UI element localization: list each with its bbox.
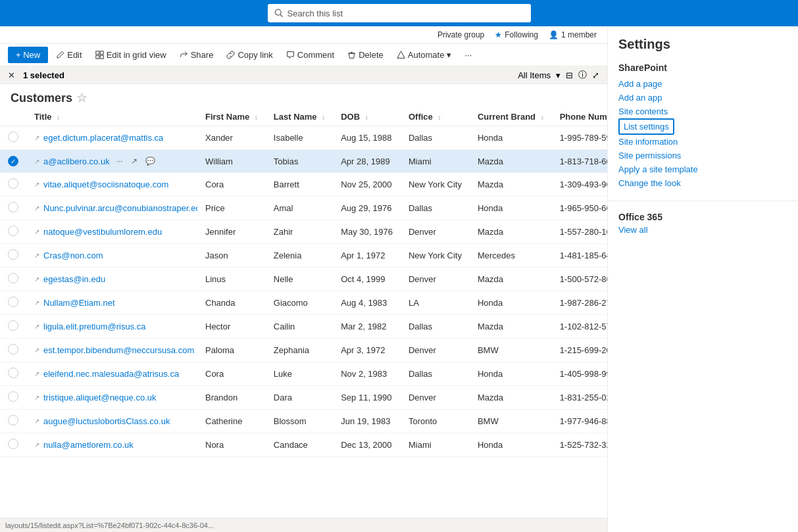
sort-icon-title: ↕ xyxy=(57,114,60,121)
check-circle[interactable] xyxy=(8,226,18,236)
settings-link-add-an-app[interactable]: Add an app xyxy=(618,91,787,105)
header-phone-number[interactable]: Phone Number ↕ xyxy=(552,108,607,126)
row-share-button[interactable]: ↗ xyxy=(128,155,140,167)
row-comment-button[interactable]: 💬 xyxy=(143,155,158,167)
view-all-link[interactable]: View all xyxy=(618,225,648,235)
row-checkbox[interactable] xyxy=(0,197,26,220)
settings-link-site-permissions[interactable]: Site permissions xyxy=(618,149,787,162)
row-checkbox[interactable] xyxy=(0,268,26,291)
row-checkbox[interactable] xyxy=(0,244,26,268)
row-checkbox[interactable] xyxy=(0,386,26,410)
info-icon[interactable]: ⓘ xyxy=(578,69,587,81)
row-checkbox[interactable] xyxy=(0,410,26,433)
cell-phone: 1-309-493-9697 xyxy=(552,173,607,197)
check-circle[interactable] xyxy=(8,368,18,378)
check-circle[interactable] xyxy=(8,178,18,189)
edit-button[interactable]: Edit xyxy=(51,47,87,63)
copy-link-button[interactable]: Copy link xyxy=(221,47,278,63)
header-last-name[interactable]: Last Name ↕ xyxy=(266,108,333,126)
title-link[interactable]: eget.dictum.placerat@mattis.ca xyxy=(43,133,163,143)
settings-link-list-settings[interactable]: List settings xyxy=(618,118,674,135)
bookmark-icon[interactable]: ☆ xyxy=(76,91,87,105)
row-checkbox[interactable] xyxy=(0,339,26,362)
check-circle[interactable] xyxy=(8,320,18,331)
more-button[interactable]: ··· xyxy=(459,47,477,63)
meta-bar: Private group ★ Following 👤 1 member xyxy=(0,26,607,44)
svg-rect-2 xyxy=(95,51,99,55)
cell-first-name: Price xyxy=(197,197,266,220)
cell-title: ↗eleifend.nec.malesuada@atrisus.ca xyxy=(26,362,197,386)
title-link[interactable]: augue@luctuslobortisClass.co.uk xyxy=(43,416,170,426)
header-first-name[interactable]: First Name ↕ xyxy=(197,108,266,126)
table-row: ✓↗a@aclibero.co.uk···↗💬WilliamTobiasApr … xyxy=(0,150,607,173)
following-btn[interactable]: ★ Following xyxy=(495,30,538,39)
check-circle[interactable] xyxy=(8,391,18,402)
clear-selection-button[interactable]: ✕ xyxy=(8,70,15,80)
svg-line-1 xyxy=(280,14,282,16)
cell-phone: 1-965-950-6669 xyxy=(552,197,607,220)
search-box[interactable]: Search this list xyxy=(268,4,531,22)
row-more-button[interactable]: ··· xyxy=(114,155,126,167)
title-link[interactable]: a@aclibero.co.uk xyxy=(43,157,110,166)
cell-brand: BMW xyxy=(470,339,552,362)
comment-button[interactable]: Comment xyxy=(281,47,339,63)
check-circle[interactable] xyxy=(8,415,18,425)
header-current-brand[interactable]: Current Brand ↕ xyxy=(470,108,552,126)
row-checkbox[interactable] xyxy=(0,362,26,386)
cell-office: Denver xyxy=(401,339,470,362)
title-link[interactable]: ligula.elit.pretium@risus.ca xyxy=(43,322,146,331)
cell-first-name: Catherine xyxy=(197,410,266,433)
check-circle[interactable]: ✓ xyxy=(8,156,18,166)
title-link[interactable]: Nunc.pulvinar.arcu@conubianostraper.edu xyxy=(43,203,197,213)
header-dob[interactable]: DOB ↕ xyxy=(333,108,401,126)
title-link[interactable]: eleifend.nec.malesuada@atrisus.ca xyxy=(43,369,179,379)
check-circle[interactable] xyxy=(8,344,18,354)
row-checkbox[interactable] xyxy=(0,126,26,150)
title-link[interactable]: nulla@ametlorem.co.uk xyxy=(43,440,134,450)
row-checkbox[interactable] xyxy=(0,173,26,197)
row-checkbox[interactable] xyxy=(0,291,26,315)
delete-button[interactable]: Delete xyxy=(342,47,389,63)
title-link[interactable]: natoque@vestibulumlorem.edu xyxy=(43,227,162,237)
row-checkbox[interactable]: ✓ xyxy=(0,150,26,173)
row-checkbox[interactable] xyxy=(0,220,26,244)
title-link[interactable]: tristique.aliquet@neque.co.uk xyxy=(43,393,156,402)
cell-dob: Oct 4, 1999 xyxy=(333,268,401,291)
settings-link-add-a-page[interactable]: Add a page xyxy=(618,77,787,91)
row-checkbox[interactable] xyxy=(0,433,26,457)
cell-dob: Jun 19, 1983 xyxy=(333,410,401,433)
share-button[interactable]: Share xyxy=(174,47,219,63)
check-circle[interactable] xyxy=(8,249,18,260)
expand-icon[interactable]: ⤢ xyxy=(592,70,599,80)
title-link[interactable]: egestas@in.edu xyxy=(43,274,105,284)
edit-grid-button[interactable]: Edit in grid view xyxy=(90,47,172,63)
title-link[interactable]: vitae.aliquet@sociisnatoque.com xyxy=(43,180,168,189)
settings-link-apply-a-site-template[interactable]: Apply a site template xyxy=(618,162,787,176)
filter-icon[interactable]: ⊟ xyxy=(566,70,573,80)
row-checkbox[interactable] xyxy=(0,315,26,339)
check-circle[interactable] xyxy=(8,297,18,307)
all-items-label[interactable]: All Items xyxy=(518,70,551,80)
settings-link-site-information[interactable]: Site information xyxy=(618,135,787,149)
check-circle[interactable] xyxy=(8,439,18,449)
title-link[interactable]: est.tempor.bibendum@neccursusa.com xyxy=(43,345,194,355)
cell-brand: Honda xyxy=(470,433,552,457)
cell-phone: 1-405-998-9987 xyxy=(552,362,607,386)
cell-phone: 1-102-812-5798 xyxy=(552,315,607,339)
cell-first-name: William xyxy=(197,150,266,173)
settings-link-change-the-look[interactable]: Change the look xyxy=(618,176,787,190)
automate-button[interactable]: Automate ▾ xyxy=(391,47,457,63)
new-button[interactable]: + New xyxy=(8,47,48,63)
settings-link-site-contents[interactable]: Site contents xyxy=(618,105,787,118)
header-title[interactable]: Title ↕ xyxy=(26,108,197,126)
cell-last-name: Tobias xyxy=(266,150,333,173)
title-link[interactable]: Nullam@Etiam.net xyxy=(43,298,115,308)
cell-dob: May 30, 1976 xyxy=(333,220,401,244)
check-circle[interactable] xyxy=(8,273,18,283)
cell-title: ↗Cras@non.com xyxy=(26,244,197,268)
title-link[interactable]: Cras@non.com xyxy=(43,251,103,260)
check-circle[interactable] xyxy=(8,202,18,212)
header-office[interactable]: Office ↕ xyxy=(401,108,470,126)
check-circle[interactable] xyxy=(8,132,18,142)
settings-panel-title: Settings xyxy=(608,26,798,57)
